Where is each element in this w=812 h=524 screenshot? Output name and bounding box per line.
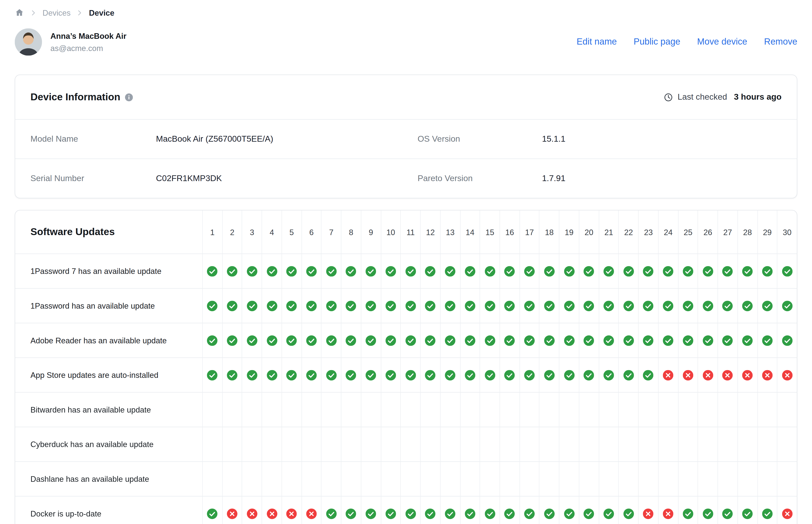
status-pass-icon	[420, 289, 440, 323]
status-pass-icon	[499, 289, 519, 323]
status-empty-cell	[480, 393, 499, 427]
status-fail-icon	[222, 496, 242, 524]
status-pass-icon	[579, 496, 599, 524]
status-empty-cell	[519, 393, 539, 427]
status-empty-cell	[737, 427, 757, 461]
column-header: 10	[381, 211, 400, 253]
info-icon[interactable]	[125, 93, 133, 101]
status-pass-icon	[321, 496, 341, 524]
status-pass-icon	[301, 289, 321, 323]
status-empty-cell	[361, 393, 381, 427]
status-empty-cell	[579, 393, 599, 427]
status-pass-icon	[737, 323, 757, 358]
status-empty-cell	[440, 393, 460, 427]
update-row: Adobe Reader has an available update	[15, 323, 797, 358]
status-pass-icon	[579, 358, 599, 392]
status-pass-icon	[480, 289, 499, 323]
status-pass-icon	[737, 254, 757, 288]
status-pass-icon	[599, 254, 618, 288]
status-pass-icon	[777, 323, 797, 358]
update-row: 1Password has an available update	[15, 288, 797, 323]
status-pass-icon	[559, 254, 579, 288]
status-fail-icon	[698, 358, 717, 392]
model-name-value: MacBook Air (Z567000T5EE/A)	[156, 134, 418, 144]
status-fail-icon	[777, 496, 797, 524]
status-pass-icon	[400, 254, 420, 288]
status-fail-icon	[301, 496, 321, 524]
status-pass-icon	[361, 358, 381, 392]
update-row-label: Cyberduck has an available update	[15, 427, 202, 461]
status-pass-icon	[519, 254, 539, 288]
status-pass-icon	[202, 323, 222, 358]
device-owner-email: as@acme.com	[50, 44, 126, 52]
column-header: 21	[599, 211, 618, 253]
status-empty-cell	[638, 427, 658, 461]
status-empty-cell	[361, 427, 381, 461]
status-pass-icon	[321, 289, 341, 323]
status-empty-cell	[222, 427, 242, 461]
status-empty-cell	[658, 393, 678, 427]
device-information-header: Device Information Last checked 3	[15, 75, 797, 119]
status-pass-icon	[777, 254, 797, 288]
update-row-label: Adobe Reader has an available update	[15, 323, 202, 358]
breadcrumb-devices[interactable]: Devices	[43, 8, 70, 17]
status-empty-cell	[242, 393, 262, 427]
status-empty-cell	[420, 393, 440, 427]
status-pass-icon	[321, 254, 341, 288]
status-empty-cell	[381, 427, 400, 461]
status-pass-icon	[341, 323, 361, 358]
status-pass-icon	[559, 323, 579, 358]
public-page-button[interactable]: Public page	[634, 37, 680, 47]
device-title-block: Anna’s MacBook Air as@acme.com	[50, 32, 126, 52]
status-empty-cell	[460, 462, 480, 496]
status-pass-icon	[717, 323, 737, 358]
status-pass-icon	[262, 323, 281, 358]
column-header: 11	[400, 211, 420, 253]
status-pass-icon	[480, 323, 499, 358]
status-fail-icon	[658, 496, 678, 524]
status-pass-icon	[381, 254, 400, 288]
status-pass-icon	[341, 289, 361, 323]
edit-name-button[interactable]: Edit name	[577, 37, 617, 47]
move-device-button[interactable]: Move device	[697, 37, 747, 47]
status-empty-cell	[599, 427, 618, 461]
status-empty-cell	[717, 427, 737, 461]
pareto-version-label: Pareto Version	[418, 174, 542, 183]
status-empty-cell	[717, 393, 737, 427]
status-empty-cell	[678, 462, 698, 496]
status-empty-cell	[638, 393, 658, 427]
column-header: 26	[698, 211, 717, 253]
home-icon[interactable]	[15, 8, 24, 17]
status-pass-icon	[618, 323, 638, 358]
status-empty-cell	[539, 462, 559, 496]
status-pass-icon	[599, 323, 618, 358]
status-fail-icon	[777, 358, 797, 392]
status-empty-cell	[579, 462, 599, 496]
status-pass-icon	[559, 496, 579, 524]
status-pass-icon	[262, 358, 281, 392]
status-pass-icon	[638, 358, 658, 392]
status-pass-icon	[519, 496, 539, 524]
status-pass-icon	[400, 358, 420, 392]
column-header: 25	[678, 211, 698, 253]
status-empty-cell	[281, 393, 301, 427]
status-pass-icon	[202, 358, 222, 392]
remove-device-button[interactable]: Remove	[764, 37, 797, 47]
status-empty-cell	[262, 393, 281, 427]
status-pass-icon	[698, 289, 717, 323]
status-fail-icon	[678, 358, 698, 392]
status-pass-icon	[400, 289, 420, 323]
status-pass-icon	[757, 323, 777, 358]
device-name: Anna’s MacBook Air	[50, 32, 126, 40]
status-pass-icon	[599, 358, 618, 392]
status-empty-cell	[559, 393, 579, 427]
update-row-label: Bitwarden has an available update	[15, 393, 202, 427]
status-empty-cell	[757, 393, 777, 427]
status-pass-icon	[242, 358, 262, 392]
status-pass-icon	[499, 358, 519, 392]
status-empty-cell	[222, 462, 242, 496]
status-pass-icon	[757, 496, 777, 524]
column-header: 13	[440, 211, 460, 253]
status-pass-icon	[281, 358, 301, 392]
status-pass-icon	[757, 289, 777, 323]
